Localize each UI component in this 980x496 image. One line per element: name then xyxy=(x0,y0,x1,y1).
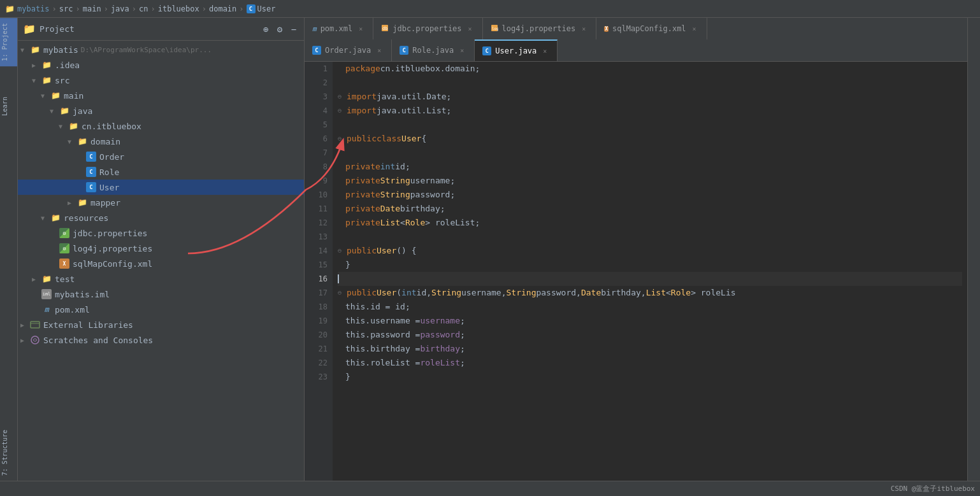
tree-item-idea[interactable]: ▶ 📁 .idea xyxy=(18,57,304,73)
code-line-13[interactable] xyxy=(338,230,962,244)
code-content[interactable]: package cn.itbluebox.domain;⊖import java… xyxy=(333,62,967,481)
tree-arrow-ext-libs: ▶ xyxy=(20,322,29,329)
tab-close-jdbc[interactable]: × xyxy=(466,24,475,33)
tab-label-log4j: log4j.properties xyxy=(502,24,576,33)
code-editor[interactable]: 1234567891011121314151617181920212223 pa… xyxy=(305,62,967,481)
tree-item-src[interactable]: ▼ 📁 src xyxy=(18,73,304,88)
panel-icon-settings[interactable]: ⚙ xyxy=(275,24,285,34)
tab-close-user[interactable]: × xyxy=(540,46,549,55)
line-numbers: 1234567891011121314151617181920212223 xyxy=(305,62,333,481)
code-line-20[interactable]: this.password = password; xyxy=(338,328,962,342)
tree-item-mybatis[interactable]: ▼ 📁 mybatis D:\AProgramWorkSpace\idea\pr… xyxy=(18,42,304,57)
tab-role-java[interactable]: C Role.java × xyxy=(392,39,475,61)
panel-icon-sync[interactable]: ⊕ xyxy=(261,24,271,34)
code-line-7[interactable] xyxy=(338,146,962,160)
tree-item-jdbc-props[interactable]: ⚙ jdbc.properties xyxy=(18,225,304,241)
tree-item-pom[interactable]: m pom.xml xyxy=(18,302,304,317)
tree-item-domain[interactable]: ▼ 📁 domain xyxy=(18,134,304,149)
breadcrumb-src[interactable]: src xyxy=(59,4,73,13)
token: cn.itbluebox.domain; xyxy=(380,62,480,76)
tab-pom-xml[interactable]: m pom.xml × xyxy=(305,18,373,39)
code-line-17[interactable]: ⊖ public User(int id, String username, S… xyxy=(338,286,962,300)
tree-item-test[interactable]: ▶ 📁 test xyxy=(18,271,304,287)
breadcrumb-main[interactable]: main xyxy=(83,4,101,13)
tree-item-log4j-props[interactable]: ⚙ log4j.properties xyxy=(18,241,304,256)
code-line-16[interactable] xyxy=(338,272,962,286)
tree-icon-src: 📁 xyxy=(41,75,52,85)
code-line-9[interactable]: private String username; xyxy=(338,174,962,188)
code-line-18[interactable]: this.id = id; xyxy=(338,300,962,314)
code-line-19[interactable]: this.username = username; xyxy=(338,314,962,328)
code-line-21[interactable]: this.birthday = birthday; xyxy=(338,342,962,356)
tab-log4j-properties[interactable]: log log4j.properties × xyxy=(483,18,597,39)
tree-item-sqlmap[interactable]: X sqlMapConfig.xml xyxy=(18,256,304,271)
tab-close-sqlmap[interactable]: × xyxy=(690,24,699,33)
sidebar-label-learn[interactable]: Learn xyxy=(0,92,17,121)
tree-item-main[interactable]: ▼ 📁 main xyxy=(18,88,304,103)
fold-icon-6[interactable]: ⊖ xyxy=(338,132,345,146)
code-line-5[interactable] xyxy=(338,118,962,132)
tree-item-user[interactable]: C User xyxy=(18,180,304,195)
tree-icon-mapper: 📁 xyxy=(76,197,88,208)
line-number-17: 17 xyxy=(305,286,328,300)
token: private xyxy=(345,216,380,230)
tree-item-java[interactable]: ▼ 📁 java xyxy=(18,103,304,118)
token: public xyxy=(347,132,377,146)
breadcrumb-cn[interactable]: cn xyxy=(139,4,148,13)
code-line-3[interactable]: ⊖import java.util.Date; xyxy=(338,90,962,104)
code-line-22[interactable]: this.roleList = roleList; xyxy=(338,356,962,370)
editor-area: m pom.xml × db jdbc.properties × log xyxy=(305,18,967,481)
panel-icon-minimize[interactable]: − xyxy=(289,24,299,34)
code-line-8[interactable]: private int id; xyxy=(338,160,962,174)
breadcrumb-mybatis[interactable]: mybatis xyxy=(17,4,50,13)
tab-sqlmapconfig[interactable]: X sqlMapConfig.xml × xyxy=(596,18,707,39)
tree-item-role[interactable]: C Role xyxy=(18,164,304,180)
tab-user-java[interactable]: C User.java × xyxy=(475,39,558,61)
tree-arrow-main: ▼ xyxy=(41,92,50,99)
line-number-2: 2 xyxy=(305,76,328,90)
token: { xyxy=(421,132,426,146)
tree-item-cnitbluebox[interactable]: ▼ 📁 cn.itbluebox xyxy=(18,118,304,134)
tab-icon-log4j: log xyxy=(491,24,498,34)
token: Date xyxy=(380,202,400,216)
tree-item-scratches[interactable]: ▶ Scratches and Consoles xyxy=(18,332,304,348)
code-line-1[interactable]: package cn.itbluebox.domain; xyxy=(338,62,962,76)
breadcrumb-java[interactable]: java xyxy=(111,4,129,13)
sidebar-label-structure[interactable]: 7: Structure xyxy=(0,425,17,481)
tab-close-pom[interactable]: × xyxy=(356,24,365,33)
tab-close-log4j[interactable]: × xyxy=(579,24,588,33)
fold-icon-3[interactable]: ⊖ xyxy=(338,90,345,104)
code-line-14[interactable]: ⊖ public User() { xyxy=(338,244,962,258)
tree-label-user: User xyxy=(99,183,119,192)
code-line-23[interactable]: } xyxy=(338,370,962,384)
sidebar-label-project[interactable]: 1: Project xyxy=(0,18,17,66)
breadcrumb-itbluebox[interactable]: itbluebox xyxy=(158,4,199,13)
code-line-11[interactable]: private Date birthday; xyxy=(338,202,962,216)
fold-icon-17[interactable]: ⊖ xyxy=(338,286,345,300)
tab-jdbc-properties[interactable]: db jdbc.properties × xyxy=(373,18,482,39)
tree-item-resources[interactable]: ▼ 📁 resources xyxy=(18,210,304,225)
breadcrumb: 📁 mybatis › src › main › java › cn › itb… xyxy=(0,0,980,18)
fold-icon-14[interactable]: ⊖ xyxy=(338,244,345,258)
tree-item-mapper[interactable]: ▶ 📁 mapper xyxy=(18,195,304,210)
tree-item-ext-libs[interactable]: ▶ External Libraries xyxy=(18,317,304,332)
tab-order-java[interactable]: C Order.java × xyxy=(305,39,392,61)
code-line-4[interactable]: ⊖import java.util.List; xyxy=(338,104,962,118)
tab-close-role[interactable]: × xyxy=(458,46,466,55)
tree-item-order[interactable]: C Order xyxy=(18,149,304,164)
code-line-15[interactable]: } xyxy=(338,258,962,272)
tab-close-order[interactable]: × xyxy=(375,46,384,55)
token: class xyxy=(377,132,401,146)
token: private xyxy=(345,188,380,202)
code-line-2[interactable] xyxy=(338,76,962,90)
code-line-12[interactable]: private List<Role> roleList; xyxy=(338,216,962,230)
fold-icon-4[interactable]: ⊖ xyxy=(338,104,345,118)
token: } xyxy=(345,258,350,272)
token: String xyxy=(507,286,537,300)
code-line-10[interactable]: private String password; xyxy=(338,188,962,202)
breadcrumb-domain[interactable]: domain xyxy=(209,4,236,13)
breadcrumb-user[interactable]: User xyxy=(257,4,276,13)
code-line-6[interactable]: ⊖public class User { xyxy=(338,132,962,146)
token: String xyxy=(380,174,410,188)
tree-item-mybatis-iml[interactable]: iml mybatis.iml xyxy=(18,287,304,302)
